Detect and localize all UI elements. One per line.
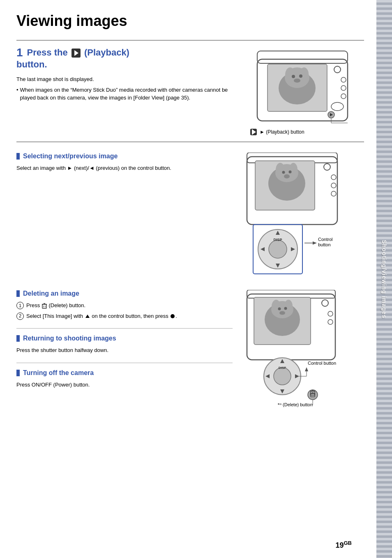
turning-off-heading: Turning off the camera — [16, 369, 233, 377]
camera3-image: DISP Con — [241, 290, 358, 409]
svg-text:ᵒⁿ (Delete) button: ᵒⁿ (Delete) button — [278, 402, 313, 407]
selecting-right: DISP Control button — [241, 153, 364, 282]
svg-point-59 — [279, 311, 285, 315]
svg-point-14 — [331, 102, 344, 111]
svg-point-32 — [331, 191, 336, 196]
selecting-text: Select an image with ► (next)/◄ (previou… — [16, 164, 233, 172]
camera1-image — [249, 47, 356, 127]
step1-bullet: • When images on the “Memory Stick Duo” … — [16, 86, 241, 102]
svg-point-35 — [269, 240, 287, 258]
svg-rect-1 — [257, 51, 348, 63]
step1-section: 1 Press the (Playback) button. The last … — [16, 40, 364, 142]
svg-point-31 — [331, 183, 336, 188]
svg-point-30 — [331, 175, 336, 180]
svg-point-61 — [328, 311, 333, 316]
returning-heading: Returning to shooting images — [16, 335, 233, 342]
svg-point-62 — [328, 320, 333, 324]
divider2 — [16, 363, 233, 363]
svg-point-12 — [341, 86, 346, 90]
playback-icon-label — [250, 129, 257, 135]
step1-bullet-text: When images on the “Memory Stick Duo” me… — [20, 86, 241, 102]
turning-off-section: Turning off the camera Press ON/OFF (Pow… — [16, 369, 233, 389]
svg-text:button: button — [318, 242, 331, 247]
returning-section: Returning to shooting images Press the s… — [16, 335, 233, 354]
step1-left: 1 Press the (Playback) button. The last … — [16, 47, 241, 135]
triangle-up-icon — [85, 315, 90, 318]
camera1-label: ► (Playback) button — [249, 129, 304, 135]
bottom-section: Deleting an image 1 Press — [16, 290, 364, 411]
sidebar-tab: Shooting/viewing images — [376, 0, 392, 558]
sidebar-label: Shooting/viewing images — [381, 240, 387, 318]
page-number: 19GB — [335, 540, 352, 550]
svg-point-58 — [284, 307, 287, 310]
step1-description: The last image shot is displayed. • When… — [16, 75, 241, 102]
selecting-section: Selecting next/previous image Select an … — [16, 153, 364, 282]
deleting-step1: 1 Press (Delete) button. — [16, 301, 233, 310]
selecting-heading: Selecting next/previous image — [16, 153, 233, 160]
svg-point-13 — [341, 94, 346, 99]
svg-text:Control: Control — [318, 237, 332, 242]
deleting-section: Deleting an image 1 Press — [16, 290, 233, 320]
step1-heading-text: Press the (Playback) button. — [16, 47, 129, 69]
deleting-heading: Deleting an image — [16, 290, 233, 297]
deleting-step2: 2 Select [This Image] with on the contro… — [16, 312, 233, 320]
svg-text:DISP: DISP — [279, 366, 286, 370]
step-circle-1: 1 — [16, 302, 24, 309]
playback-icon — [71, 49, 81, 58]
step1-right: ► (Playback) button — [249, 47, 364, 135]
page-title: Viewing images — [16, 12, 364, 32]
svg-point-8 — [299, 74, 302, 78]
deleting-text: 1 Press (Delete) button. — [16, 301, 233, 320]
step1-desc1: The last image shot is displayed. — [16, 75, 241, 83]
svg-point-57 — [278, 308, 281, 310]
bottom-left: Deleting an image 1 Press — [16, 290, 233, 411]
svg-point-24 — [276, 163, 285, 177]
svg-rect-45 — [42, 304, 46, 308]
svg-point-26 — [282, 171, 285, 174]
selecting-left: Selecting next/previous image Select an … — [16, 153, 233, 282]
svg-point-11 — [341, 77, 346, 82]
svg-point-56 — [284, 300, 293, 312]
bottom-camera-container: DISP Con — [241, 290, 364, 411]
step1-heading: 1 Press the (Playback) button. — [16, 47, 241, 70]
svg-point-60 — [322, 300, 328, 306]
svg-point-27 — [289, 171, 292, 174]
svg-text:Control button: Control button — [308, 361, 336, 366]
divider1 — [16, 328, 233, 329]
bullet-filled-icon — [171, 314, 175, 318]
svg-marker-76 — [305, 367, 308, 371]
svg-point-9 — [294, 79, 300, 83]
svg-marker-42 — [313, 241, 317, 245]
svg-point-10 — [334, 66, 341, 73]
camera1-container: ► (Playback) button — [249, 47, 356, 135]
svg-point-25 — [289, 163, 297, 176]
returning-text: Press the shutter button halfway down. — [16, 346, 233, 354]
svg-point-28 — [284, 174, 290, 178]
svg-point-29 — [324, 164, 330, 170]
turning-off-text: Press ON/OFF (Power) button. — [16, 381, 233, 389]
svg-point-55 — [272, 300, 281, 313]
svg-point-7 — [292, 75, 295, 78]
svg-point-64 — [274, 368, 291, 385]
step1-number: 1 — [16, 47, 23, 58]
camera2-image: DISP Control button — [241, 153, 358, 280]
svg-text:DISP: DISP — [273, 238, 282, 242]
svg-point-5 — [285, 67, 295, 82]
step-circle-2: 2 — [16, 313, 24, 320]
delete-icon — [42, 303, 47, 309]
svg-point-6 — [300, 67, 309, 81]
